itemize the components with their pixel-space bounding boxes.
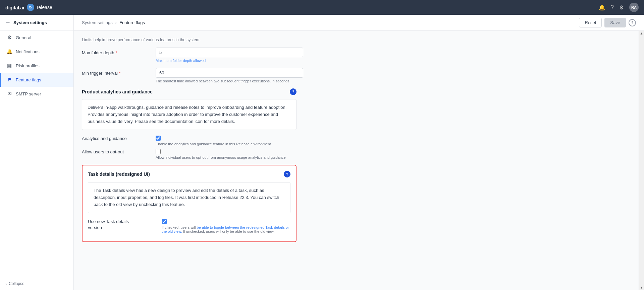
max-folder-depth-hint: Maximum folder depth allowed (156, 59, 303, 63)
task-details-description: The Task details view has a new design t… (88, 182, 290, 213)
analytics-guidance-checkbox-wrap: Enable the analytics and guidance featur… (156, 135, 271, 146)
help-circle-icon[interactable]: ? (629, 19, 636, 26)
min-trigger-interval-row: Min trigger interval * The shortest time… (82, 68, 368, 83)
min-trigger-interval-label: Min trigger interval * (82, 68, 149, 76)
content-scroll[interactable]: Limits help improve performance of vario… (74, 31, 644, 290)
gear-icon[interactable]: ⚙ (619, 4, 624, 11)
task-details-title: Task details (redesigned UI) (88, 171, 150, 177)
product-analytics-section: Product analytics and guidance ? Deliver… (82, 88, 297, 159)
breadcrumb-separator: › (115, 20, 117, 25)
opt-out-row: Allow users to opt-out Allow individual … (82, 149, 297, 159)
sidebar-item-label: Risk profiles (16, 63, 40, 68)
header-actions: Reset Save ? (579, 18, 636, 27)
task-details-header: Task details (redesigned UI) ? (88, 171, 290, 177)
sidebar-item-label: Feature flags (16, 77, 41, 82)
breadcrumb-parent[interactable]: System settings (82, 20, 113, 25)
collapse-label: Collapse (9, 281, 24, 286)
analytics-guidance-checkbox[interactable] (156, 136, 161, 141)
breadcrumb-current: Feature flags (119, 20, 145, 25)
opt-out-label: Allow users to opt-out (82, 149, 149, 154)
logo-text: digital.ai (5, 5, 24, 10)
sidebar-item-label: SMTP server (16, 91, 41, 96)
logo-release: release (37, 5, 52, 10)
max-folder-depth-input-wrap: Maximum folder depth allowed (156, 48, 303, 63)
product-analytics-title: Product analytics and guidance (82, 89, 153, 94)
min-trigger-interval-input[interactable] (156, 68, 303, 78)
sidebar-item-label: Notifications (16, 49, 40, 54)
general-icon: ⚙ (6, 34, 12, 41)
use-new-task-label: Use new Task details version (88, 219, 155, 231)
notifications-icon: 🔔 (6, 49, 12, 55)
sidebar-item-risk-profiles[interactable]: ▦ Risk profiles (0, 59, 73, 73)
smtp-icon: ✉ (6, 91, 12, 97)
content-area: System settings › Feature flags Reset Sa… (74, 15, 644, 290)
min-trigger-interval-hint: The shortest time allowed between two su… (156, 79, 303, 83)
top-nav-icons: 🔔 ? ⚙ RA (599, 3, 639, 12)
question-icon[interactable]: ? (611, 4, 614, 10)
sidebar-bottom: ‹ Collapse (0, 277, 73, 290)
product-analytics-header: Product analytics and guidance ? (82, 88, 297, 95)
save-button[interactable]: Save (604, 18, 626, 27)
flag-icon: ⚑ (6, 77, 12, 83)
max-folder-depth-row: Max folder depth * Maximum folder depth … (82, 48, 368, 63)
logo: digital.ai ⟳ release (5, 4, 52, 11)
sidebar-item-notifications[interactable]: 🔔 Notifications (0, 45, 73, 59)
analytics-guidance-hint: Enable the analytics and guidance featur… (156, 142, 271, 146)
top-hint: Limits help improve performance of vario… (82, 38, 368, 42)
analytics-guidance-row: Analytics and guidance Enable the analyt… (82, 135, 297, 146)
bell-icon[interactable]: 🔔 (599, 4, 605, 11)
min-trigger-interval-input-wrap: The shortest time allowed between two su… (156, 68, 303, 83)
reset-button[interactable]: Reset (579, 18, 602, 27)
use-new-task-checkbox-wrap: If checked, users will be able to toggle… (162, 219, 290, 233)
sidebar: ← System settings ⚙ General 🔔 Notificati… (0, 15, 74, 290)
analytics-guidance-label: Analytics and guidance (82, 135, 149, 141)
required-star: * (115, 50, 117, 55)
use-new-task-hint: If checked, users will be able to toggle… (162, 225, 290, 233)
scroll-down-arrow[interactable]: ▼ (640, 286, 643, 289)
sidebar-item-label: General (16, 35, 31, 40)
scrollbar: ▲ ▼ (639, 31, 644, 290)
task-details-section: Task details (redesigned UI) ? The Task … (82, 165, 297, 242)
sidebar-item-general[interactable]: ⚙ General (0, 30, 73, 45)
use-new-task-row: Use new Task details version If checked,… (88, 219, 290, 233)
opt-out-checkbox-wrap: Allow individual users to opt-out from a… (156, 149, 286, 159)
product-analytics-help-icon[interactable]: ? (290, 88, 297, 95)
required-star-2: * (119, 71, 121, 76)
sidebar-title: System settings (13, 20, 47, 25)
scroll-up-arrow[interactable]: ▲ (640, 31, 643, 35)
max-folder-depth-input[interactable] (156, 48, 303, 57)
sidebar-item-smtp-server[interactable]: ✉ SMTP server (0, 87, 73, 101)
opt-out-hint: Allow individual users to opt-out from a… (156, 155, 286, 159)
use-new-task-checkbox[interactable] (162, 219, 167, 224)
product-analytics-description: Delivers in-app walkthroughs, guidance a… (82, 99, 297, 130)
collapse-button[interactable]: ‹ Collapse (5, 281, 68, 286)
top-nav: digital.ai ⟳ release 🔔 ? ⚙ RA (0, 0, 644, 15)
collapse-icon: ‹ (5, 281, 7, 286)
breadcrumb: System settings › Feature flags (82, 20, 145, 25)
max-folder-depth-label: Max folder depth * (82, 48, 149, 55)
sidebar-item-feature-flags[interactable]: ⚑ Feature flags (0, 73, 73, 87)
back-icon: ← (5, 19, 11, 25)
risk-icon: ▦ (6, 63, 12, 69)
opt-out-checkbox[interactable] (156, 149, 161, 154)
content-header: System settings › Feature flags Reset Sa… (74, 15, 644, 31)
sidebar-header[interactable]: ← System settings (0, 15, 73, 30)
logo-badge: ⟳ (27, 4, 34, 11)
task-details-help-icon[interactable]: ? (284, 171, 290, 177)
avatar[interactable]: RA (629, 3, 639, 12)
